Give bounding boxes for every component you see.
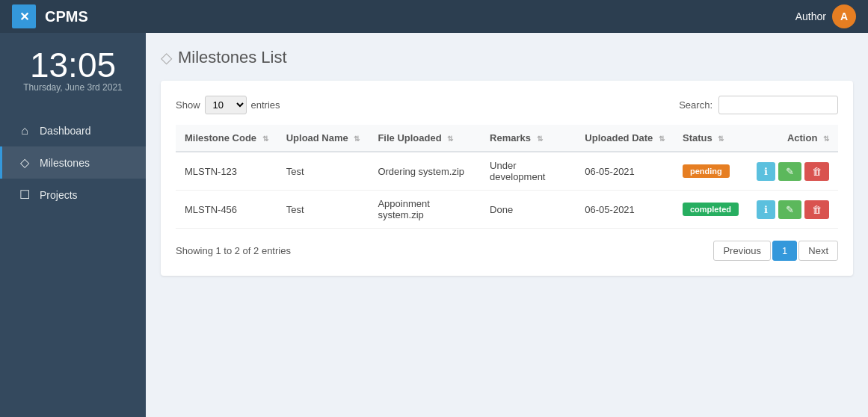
next-button[interactable]: Next bbox=[798, 241, 838, 261]
sidebar-time: 13:05 bbox=[0, 40, 146, 82]
cell-status: completed bbox=[674, 191, 748, 229]
home-icon: ⌂ bbox=[17, 124, 32, 138]
cell-file-uploaded: Appoinment system.zip bbox=[369, 191, 481, 229]
col-action[interactable]: Action ⇅ bbox=[748, 125, 838, 152]
projects-icon: ☐ bbox=[17, 188, 32, 202]
action-buttons: ℹ ✎ 🗑 bbox=[757, 162, 829, 181]
col-milestone-code[interactable]: Milestone Code ⇅ bbox=[176, 125, 277, 152]
sort-icon: ⇅ bbox=[262, 135, 268, 143]
header-username: Author bbox=[795, 10, 826, 22]
cell-status: pending bbox=[674, 152, 748, 191]
entries-label: entries bbox=[251, 99, 280, 111]
cell-action: ℹ ✎ 🗑 bbox=[748, 152, 838, 191]
cell-uploaded-date: 06-05-2021 bbox=[576, 191, 674, 229]
previous-button[interactable]: Previous bbox=[713, 241, 771, 261]
cell-milestone-code: MLSTN-456 bbox=[176, 191, 277, 229]
info-button[interactable]: ℹ bbox=[757, 162, 775, 181]
sidebar: 13:05 Thursday, June 3rd 2021 ⌂ Dashboar… bbox=[0, 33, 146, 417]
table-controls: Show 10 25 50 100 entries Search: bbox=[176, 96, 838, 114]
sidebar-item-label: Milestones bbox=[40, 157, 90, 169]
cell-milestone-code: MLSTN-123 bbox=[176, 152, 277, 191]
edit-button[interactable]: ✎ bbox=[778, 162, 801, 181]
sort-icon: ⇅ bbox=[659, 135, 665, 143]
cell-file-uploaded: Ordering system.zip bbox=[369, 152, 481, 191]
cell-upload-name: Test bbox=[277, 152, 369, 191]
sidebar-item-label: Projects bbox=[40, 189, 78, 201]
col-upload-name[interactable]: Upload Name ⇅ bbox=[277, 125, 369, 152]
table-row: MLSTN-456 Test Appoinment system.zip Don… bbox=[176, 191, 838, 229]
app-header: ✕ CPMS Author A bbox=[0, 0, 868, 33]
table-header-row: Milestone Code ⇅ Upload Name ⇅ File Uplo… bbox=[176, 125, 838, 152]
action-buttons: ℹ ✎ 🗑 bbox=[757, 200, 829, 219]
page-title-area: ◇ Milestones List bbox=[161, 48, 853, 67]
sidebar-date: Thursday, June 3rd 2021 bbox=[0, 82, 146, 93]
app-title: CPMS bbox=[45, 8, 787, 25]
sidebar-nav: ⌂ Dashboard ◇ Milestones ☐ Projects bbox=[0, 115, 146, 211]
sidebar-item-label: Dashboard bbox=[40, 125, 91, 137]
search-input[interactable] bbox=[718, 96, 838, 114]
showing-text: Showing 1 to 2 of 2 entries bbox=[176, 245, 291, 256]
search-area: Search: bbox=[679, 96, 838, 114]
content-area: ◇ Milestones List Show 10 25 50 100 entr… bbox=[146, 33, 868, 417]
status-badge: completed bbox=[683, 203, 739, 216]
page-1-button[interactable]: 1 bbox=[772, 241, 797, 261]
col-status[interactable]: Status ⇅ bbox=[674, 125, 748, 152]
milestones-icon: ◇ bbox=[17, 155, 32, 170]
milestones-card: Show 10 25 50 100 entries Search: bbox=[161, 81, 853, 276]
pagination-area: Showing 1 to 2 of 2 entries Previous 1 N… bbox=[176, 241, 838, 261]
sidebar-item-projects[interactable]: ☐ Projects bbox=[0, 179, 146, 211]
milestones-table: Milestone Code ⇅ Upload Name ⇅ File Uplo… bbox=[176, 125, 838, 229]
pagination: Previous 1 Next bbox=[713, 241, 838, 261]
page-diamond-icon: ◇ bbox=[161, 49, 172, 67]
status-badge: pending bbox=[683, 164, 730, 178]
entries-select[interactable]: 10 25 50 100 bbox=[205, 96, 247, 114]
info-button[interactable]: ℹ bbox=[757, 200, 775, 219]
sort-icon: ⇅ bbox=[718, 135, 724, 143]
search-label: Search: bbox=[679, 99, 712, 111]
show-label: Show bbox=[176, 99, 200, 111]
sort-icon: ⇅ bbox=[447, 135, 453, 143]
avatar: A bbox=[832, 4, 856, 28]
page-title: Milestones List bbox=[178, 48, 287, 67]
cell-remarks: Under development bbox=[481, 152, 576, 191]
table-row: MLSTN-123 Test Ordering system.zip Under… bbox=[176, 152, 838, 191]
sidebar-item-milestones[interactable]: ◇ Milestones bbox=[0, 146, 146, 179]
delete-button[interactable]: 🗑 bbox=[804, 162, 829, 181]
edit-button[interactable]: ✎ bbox=[778, 200, 801, 219]
cell-upload-name: Test bbox=[277, 191, 369, 229]
close-button[interactable]: ✕ bbox=[12, 4, 36, 28]
col-file-uploaded[interactable]: File Uploaded ⇅ bbox=[369, 125, 481, 152]
cell-remarks: Done bbox=[481, 191, 576, 229]
cell-uploaded-date: 06-05-2021 bbox=[576, 152, 674, 191]
header-user: Author A bbox=[795, 4, 856, 28]
sort-icon: ⇅ bbox=[354, 135, 360, 143]
col-remarks[interactable]: Remarks ⇅ bbox=[481, 125, 576, 152]
col-uploaded-date[interactable]: Uploaded Date ⇅ bbox=[576, 125, 674, 152]
sort-icon: ⇅ bbox=[823, 135, 829, 143]
sidebar-item-dashboard[interactable]: ⌂ Dashboard bbox=[0, 115, 146, 146]
delete-button[interactable]: 🗑 bbox=[804, 200, 829, 219]
cell-action: ℹ ✎ 🗑 bbox=[748, 191, 838, 229]
main-layout: 13:05 Thursday, June 3rd 2021 ⌂ Dashboar… bbox=[0, 33, 868, 417]
show-entries: Show 10 25 50 100 entries bbox=[176, 96, 280, 114]
sort-icon: ⇅ bbox=[537, 135, 543, 143]
